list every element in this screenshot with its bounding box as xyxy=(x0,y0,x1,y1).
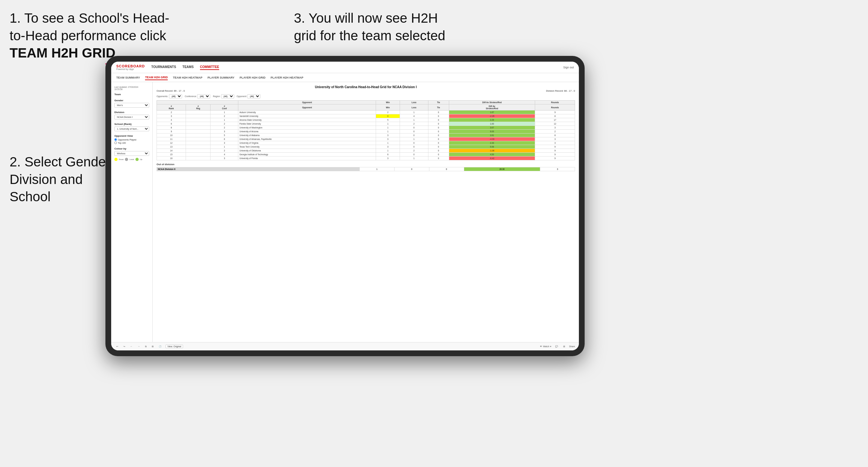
cell-diff: -2.29 xyxy=(449,114,535,118)
conference-select[interactable]: (All) xyxy=(197,94,210,98)
cell-conf: 1 xyxy=(211,111,238,114)
sidebar-division-section: Division NCAA Division I xyxy=(114,111,149,120)
table-row: 15 4 Georgia Institute of Technology 6 0… xyxy=(157,153,575,157)
school-select[interactable]: 1. University of Nort... xyxy=(114,126,149,131)
subnav-team-h2h-grid[interactable]: TEAM H2H GRID xyxy=(145,75,168,80)
th-tie: Tie xyxy=(428,104,449,111)
annotation3-line1: 3. You will now see H2H xyxy=(294,10,438,26)
cell-reg xyxy=(186,126,211,130)
view-original[interactable]: View: Original xyxy=(165,345,183,348)
cell-win: 0 xyxy=(376,114,400,118)
opponent-select[interactable]: (All) xyxy=(247,94,260,98)
col-group-tie: Tie xyxy=(428,101,449,104)
share-btn[interactable]: Share xyxy=(569,345,575,347)
cell-win: 3 xyxy=(376,137,400,141)
cell-diff: -1.00 xyxy=(449,149,535,153)
annotation-3: 3. You will now see H2H grid for the tea… xyxy=(294,9,498,44)
division-record: Division Record: 88 - 17 - 0 xyxy=(546,89,575,92)
cell-tie: 0 xyxy=(428,137,449,141)
color-indicators: Down Level Up xyxy=(114,158,149,161)
cell-win: 1 xyxy=(376,149,400,153)
subnav-team-summary[interactable]: TEAM SUMMARY xyxy=(116,75,140,80)
out-of-division-label: Out of division xyxy=(157,163,575,166)
color-up-dot xyxy=(135,158,138,161)
cell-rounds: 3 xyxy=(535,137,575,141)
nav-teams[interactable]: TEAMS xyxy=(182,64,194,70)
cell-opponent: Texas Tech University xyxy=(238,145,376,149)
cell-reg xyxy=(186,153,211,157)
sidebar-team-section: Team xyxy=(114,93,149,96)
sidebar-gender-section: Gender Men's xyxy=(114,99,149,107)
cell-opponent: University of Arizona xyxy=(238,130,376,133)
comment-btn[interactable]: 💬 xyxy=(554,345,559,348)
redo-btn[interactable]: ↪ xyxy=(122,345,126,348)
conference-filter: Conference (All) xyxy=(185,94,210,98)
cell-reg xyxy=(186,130,211,133)
cell-rank: 10 xyxy=(157,133,186,137)
cell-loss: 0 xyxy=(400,126,428,130)
main-content: Last Updated: 27/03/2024 16:55:38 Team G… xyxy=(111,82,579,342)
cell-diff: 3.67 xyxy=(449,126,535,130)
sidebar: Last Updated: 27/03/2024 16:55:38 Team G… xyxy=(111,82,153,342)
sidebar-school-section: School (Rank) 1. University of Nort... xyxy=(114,123,149,131)
table-row: 11 6 University of Arkansas, Fayettevill… xyxy=(157,137,575,141)
opponents-label: Opponents: xyxy=(157,95,168,97)
cell-tie: 0 xyxy=(428,111,449,114)
watch-btn[interactable]: 👁 Watch ▾ xyxy=(540,345,552,348)
ood-win: 1 xyxy=(360,167,394,171)
cell-opponent: University of Oklahoma xyxy=(238,149,376,153)
ood-tie: 0 xyxy=(429,167,464,171)
cell-win: 1 xyxy=(376,122,400,126)
annotation2-line1: 2. Select Gender, xyxy=(9,154,114,169)
cell-reg xyxy=(186,118,211,122)
out-of-division-table: NCAA Division II 1 0 0 26.00 3 xyxy=(157,167,575,171)
back-btn[interactable]: ← xyxy=(129,345,134,348)
ood-loss: 0 xyxy=(394,167,429,171)
cell-conf: 4 xyxy=(211,153,238,157)
region-select[interactable]: (All) xyxy=(221,94,234,98)
cell-rounds: 17 xyxy=(535,118,575,122)
school-label: School (Rank) xyxy=(114,123,149,126)
subnav-player-h2h-grid[interactable]: PLAYER H2H GRID xyxy=(240,75,266,80)
grid-btn[interactable]: ⊞ xyxy=(562,345,566,348)
undo-btn[interactable]: ↩ xyxy=(115,345,120,348)
cell-rank: 6 xyxy=(157,122,186,126)
copy-btn[interactable]: ⧉ xyxy=(144,345,148,348)
subnav-team-h2h-heatmap[interactable]: TEAM H2H HEATMAP xyxy=(173,75,202,80)
table-row: 8 2 University of Washington 1 0 0 3.67 … xyxy=(157,126,575,130)
tablet-screen: SCOREBOARD Powered by clippi TOURNAMENTS… xyxy=(111,62,579,350)
nav-committee[interactable]: COMMITTEE xyxy=(200,64,219,70)
sidebar-opponent-section: Opponent View Opponents Played Top 100 xyxy=(114,134,149,144)
gender-select[interactable]: Men's xyxy=(114,103,149,107)
nav-tournaments[interactable]: TOURNAMENTS xyxy=(151,64,176,70)
paste-btn[interactable]: ⊞ xyxy=(151,345,155,348)
cell-loss: 2 xyxy=(400,122,428,126)
annotation1-line1: 1. To see a School's Head- xyxy=(9,10,169,26)
cell-rounds: 9 xyxy=(535,149,575,153)
subnav-player-summary[interactable]: PLAYER SUMMARY xyxy=(208,75,235,80)
cell-loss: 1 xyxy=(400,157,428,160)
opponents-select[interactable]: (All) xyxy=(169,94,182,98)
division-select[interactable]: NCAA Division I xyxy=(114,115,149,120)
colour-by-select[interactable]: Win/loss xyxy=(114,151,149,156)
annotation-1: 1. To see a School's Head- to-Head perfo… xyxy=(9,9,176,62)
forward-btn[interactable]: → xyxy=(136,345,141,348)
sign-out[interactable]: Sign out xyxy=(563,66,574,69)
cell-opponent: Vanderbilt University xyxy=(238,114,376,118)
cell-reg xyxy=(186,149,211,153)
cell-rank: 15 xyxy=(157,153,186,157)
cell-rank: 16 xyxy=(157,157,186,160)
th-rounds: Rounds xyxy=(535,104,575,111)
cell-rounds: 2 xyxy=(535,130,575,133)
opponents-played-radio[interactable]: Opponents Played xyxy=(114,138,149,141)
subnav-player-h2h-heatmap[interactable]: PLAYER H2H HEATMAP xyxy=(271,75,304,80)
logo-sub: Powered by clippi xyxy=(116,68,145,70)
cell-win: 1 xyxy=(376,126,400,130)
opponent-label: Opponent xyxy=(237,95,247,97)
top-100-radio[interactable]: Top 100 xyxy=(114,142,149,144)
ood-diff: 26.00 xyxy=(464,167,540,171)
cell-conf: 3 xyxy=(211,141,238,145)
cell-loss: 1 xyxy=(400,111,428,114)
clock-btn[interactable]: 🕐 xyxy=(157,345,163,348)
cell-conf: 1 xyxy=(211,145,238,149)
